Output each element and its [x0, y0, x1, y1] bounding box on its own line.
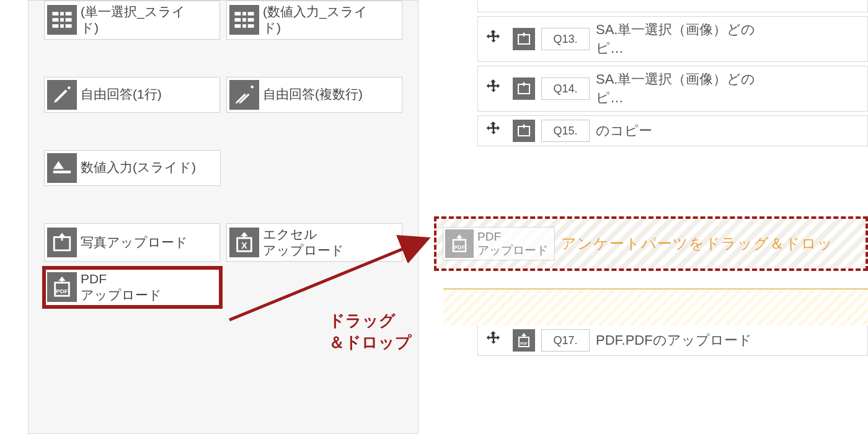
question-text: PDF.PDFのアップロード: [596, 331, 861, 350]
svg-marker-19: [53, 161, 64, 169]
ghost-label: PDFアップロード: [477, 230, 548, 257]
annotation-text: ドラッグ ＆ドロップ: [329, 310, 412, 353]
image-upload-icon: [47, 228, 77, 257]
svg-marker-31: [522, 82, 526, 86]
drag-ghost: PDF PDFアップロード: [443, 227, 555, 260]
part-photo-upload[interactable]: 写真アップロード: [44, 223, 220, 262]
drag-handle-icon[interactable]: [484, 330, 507, 352]
question-number[interactable]: Q17.: [541, 329, 590, 352]
question-number[interactable]: Q14.: [541, 78, 590, 100]
question-row[interactable]: Q15. のコピー: [477, 115, 868, 146]
question-text: SA.単一選択（画像）どのピ…: [596, 20, 861, 58]
matrix-icon: [229, 5, 259, 35]
drag-handle-icon[interactable]: [484, 78, 507, 100]
svg-rect-8: [66, 24, 72, 28]
svg-rect-6: [52, 24, 58, 28]
part-excel-upload[interactable]: X エクセルアップロード: [226, 223, 402, 262]
svg-rect-16: [242, 24, 246, 28]
matrix-icon: [47, 5, 77, 35]
question-text: のコピー: [596, 122, 861, 140]
svg-marker-33: [522, 124, 526, 128]
part-freetext-single[interactable]: 自由回答(1行): [44, 77, 220, 113]
part-label: エクセルアップロード: [263, 226, 397, 259]
page-separator: [443, 288, 868, 326]
part-label: 写真アップロード: [81, 234, 215, 250]
part-label: (単一選択_スライド): [81, 4, 215, 37]
question-text: SA.単一選択（画像）どのピ…: [596, 70, 861, 107]
svg-rect-18: [53, 170, 71, 173]
pdf-upload-icon: PDF: [47, 272, 77, 302]
svg-rect-12: [234, 18, 241, 22]
drag-handle-icon[interactable]: [484, 29, 507, 50]
svg-rect-7: [60, 24, 64, 28]
part-freetext-multi[interactable]: 自由回答(複数行): [226, 77, 402, 113]
part-label: 自由回答(複数行): [263, 86, 397, 102]
slider-icon: [47, 153, 77, 183]
pdf-type-icon: PDF: [513, 329, 535, 352]
question-row[interactable]: Q14. SA.単一選択（画像）どのピ…: [477, 66, 868, 112]
part-matrix-number-slide[interactable]: (数値入力_スライド): [226, 1, 402, 40]
svg-rect-17: [248, 24, 254, 28]
svg-marker-29: [522, 32, 526, 37]
drag-handle-icon[interactable]: [484, 120, 507, 142]
dropzone-hint: アンケートパーツをドラッグ＆ドロッ: [561, 234, 833, 254]
part-matrix-single-slide[interactable]: (単一選択_スライド): [44, 1, 220, 40]
svg-text:PDF: PDF: [454, 244, 465, 250]
svg-text:PDF: PDF: [56, 288, 68, 294]
svg-rect-3: [52, 18, 58, 22]
image-type-icon: [513, 78, 535, 100]
svg-rect-10: [242, 12, 246, 16]
svg-text:PDF: PDF: [520, 342, 528, 345]
image-type-icon: [513, 120, 535, 142]
svg-rect-4: [60, 18, 64, 22]
drop-zone[interactable]: PDF PDFアップロード アンケートパーツをドラッグ＆ドロッ: [434, 216, 868, 271]
part-pdf-upload[interactable]: PDF PDFアップロード: [44, 268, 221, 307]
svg-rect-1: [60, 12, 64, 16]
pen-icon: [47, 80, 77, 110]
pens-icon: [229, 80, 259, 110]
parts-palette: (単一選択_スライド) (数値入力_スライド) 自由回答(1行) 自由回答(複数…: [28, 0, 418, 434]
svg-rect-9: [234, 12, 241, 16]
excel-upload-icon: X: [229, 228, 259, 257]
svg-rect-0: [52, 12, 58, 16]
question-row[interactable]: Q13. SA.単一選択（画像）どのピ…: [477, 16, 868, 62]
part-label: 数値入力(スライド): [81, 159, 215, 175]
question-number[interactable]: Q13.: [541, 28, 590, 50]
question-row-cropped: [477, 0, 868, 12]
question-number[interactable]: Q15.: [541, 120, 590, 142]
svg-rect-13: [242, 18, 246, 22]
svg-rect-5: [66, 18, 72, 22]
svg-rect-2: [66, 12, 72, 16]
svg-text:X: X: [241, 241, 247, 250]
part-label: (数値入力_スライド): [263, 4, 397, 37]
part-number-slide[interactable]: 数値入力(スライド): [44, 150, 221, 186]
part-label: 自由回答(1行): [81, 86, 215, 102]
svg-rect-15: [234, 24, 241, 28]
svg-rect-11: [248, 12, 254, 16]
question-row[interactable]: PDF Q17. PDF.PDFのアップロード: [477, 325, 868, 356]
image-type-icon: [513, 28, 535, 50]
part-label: PDFアップロード: [81, 271, 215, 304]
svg-rect-14: [248, 18, 254, 22]
pdf-upload-icon: PDF: [445, 229, 474, 258]
